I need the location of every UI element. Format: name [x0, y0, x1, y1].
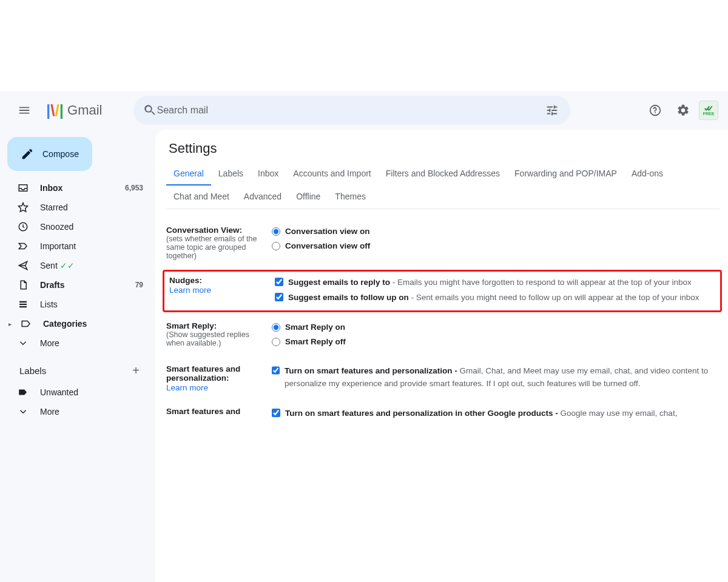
search-icon — [143, 104, 157, 117]
main-menu-button[interactable] — [10, 96, 39, 125]
setting-title: Conversation View: — [166, 226, 263, 235]
sidebar-item-important[interactable]: Important — [5, 236, 150, 256]
tab-filters-and-blocked-addresses[interactable]: Filters and Blocked Addresses — [379, 162, 507, 186]
nav-item-count: 6,953 — [125, 184, 143, 192]
caret-right-icon: ▸ — [8, 321, 12, 327]
nav-item-label: Sent ✓✓ — [40, 261, 143, 270]
smart-features-other-checkbox[interactable] — [272, 409, 280, 417]
setting-conversation-view: Conversation View: (sets whether emails … — [166, 221, 720, 270]
pencil-icon — [21, 147, 34, 161]
extension-badge[interactable]: FREE — [699, 101, 718, 120]
label-item-label: Unwanted — [40, 387, 143, 397]
nav-item-label: Lists — [40, 299, 143, 309]
smart-features-learn-more-link[interactable]: Learn more — [166, 383, 208, 392]
sidebar: Compose Inbox6,953StarredSnoozedImportan… — [0, 130, 155, 582]
important-icon — [17, 240, 29, 252]
labels-title: Labels — [19, 366, 46, 376]
option-label: Suggest emails to follow up on — [288, 293, 409, 302]
option-description: - Emails you might have forgotten to res… — [390, 278, 692, 287]
nav-item-count: 79 — [135, 281, 143, 289]
gmail-wordmark: Gmail — [67, 102, 102, 118]
labels-section-header: Labels + — [5, 353, 150, 383]
nav-item-label: Inbox — [40, 183, 114, 193]
tab-forwarding-and-pop-imap[interactable]: Forwarding and POP/IMAP — [507, 162, 624, 186]
nav-item-label: Snoozed — [40, 222, 143, 232]
extension-badge-label: FREE — [703, 112, 715, 116]
option-label: Conversation view on — [285, 226, 370, 238]
gear-icon — [676, 104, 690, 117]
conversation-view-on-radio[interactable] — [272, 227, 280, 236]
sent-icon — [17, 259, 29, 272]
compose-button[interactable]: Compose — [7, 137, 92, 171]
option-label: Turn on smart features and personalizati… — [285, 409, 561, 418]
svg-rect-1 — [19, 301, 27, 303]
support-button[interactable] — [643, 98, 667, 122]
chevron-down-icon — [17, 406, 29, 418]
smart-features-checkbox[interactable] — [272, 366, 280, 375]
nudge-reply-checkbox[interactable] — [275, 278, 283, 286]
option-label: Smart Reply on — [285, 321, 345, 333]
add-label-button[interactable]: + — [132, 364, 140, 378]
sidebar-item-drafts[interactable]: Drafts79 — [5, 275, 150, 295]
sidebar-item-starred[interactable]: Starred — [5, 198, 150, 217]
categories-icon — [20, 318, 32, 330]
sidebar-item-more[interactable]: More — [5, 333, 150, 353]
chevron-down-icon — [17, 337, 29, 349]
settings-tabs: GeneralLabelsInboxAccounts and ImportFil… — [166, 162, 720, 209]
tab-accounts-and-import[interactable]: Accounts and Import — [286, 162, 378, 186]
sidebar-item-lists[interactable]: Lists — [5, 295, 150, 314]
nav-item-label: Important — [40, 241, 143, 251]
blank-top-area — [0, 0, 728, 91]
option-label: Smart Reply off — [285, 336, 346, 348]
tab-advanced[interactable]: Advanced — [237, 186, 289, 209]
svg-rect-2 — [19, 304, 27, 305]
file-icon — [17, 279, 29, 291]
page-title: Settings — [166, 141, 720, 156]
sidebar-item-snoozed[interactable]: Snoozed — [5, 217, 150, 236]
tab-offline[interactable]: Offline — [289, 186, 328, 209]
setting-smart-features: Smart features and personalization: Lear… — [166, 360, 720, 403]
tab-general[interactable]: General — [166, 162, 211, 186]
smart-reply-on-radio[interactable] — [272, 323, 280, 332]
sidebar-item-inbox[interactable]: Inbox6,953 — [5, 178, 150, 198]
tab-add-ons[interactable]: Add-ons — [624, 162, 670, 186]
search-bar[interactable] — [133, 96, 570, 125]
double-check-icon — [704, 105, 713, 112]
lists-icon — [17, 298, 29, 310]
option-label: Suggest emails to reply to — [288, 278, 390, 287]
setting-smart-features-other: Smart features and Turn on smart feature… — [166, 403, 720, 432]
main-content: Settings GeneralLabelsInboxAccounts and … — [155, 130, 728, 582]
sidebar-item-categories[interactable]: ▸Categories — [5, 314, 150, 333]
search-input[interactable] — [157, 105, 540, 116]
clock-icon — [17, 221, 29, 233]
compose-label: Compose — [42, 149, 79, 159]
setting-smart-reply: Smart Reply: (Show suggested replies whe… — [166, 317, 720, 361]
setting-title: Smart features and personalization: — [166, 364, 263, 383]
setting-title: Smart features and — [166, 407, 263, 416]
tab-labels[interactable]: Labels — [211, 162, 251, 186]
sidebar-item-sent[interactable]: Sent ✓✓ — [5, 256, 150, 275]
label-item-label: More — [40, 407, 143, 416]
tab-themes[interactable]: Themes — [328, 186, 373, 209]
label-item-unwanted[interactable]: Unwanted — [5, 383, 150, 402]
inbox-icon — [17, 182, 29, 194]
tune-icon — [545, 104, 559, 117]
option-label: Turn on smart features and personalizati… — [285, 366, 460, 375]
search-options-button[interactable] — [540, 98, 564, 122]
nudge-followup-checkbox[interactable] — [275, 293, 283, 301]
nudges-learn-more-link[interactable]: Learn more — [169, 286, 211, 295]
nav-item-label: Categories — [43, 319, 143, 329]
label-item-more[interactable]: More — [5, 402, 150, 421]
nav-item-label: Drafts — [40, 280, 124, 290]
conversation-view-off-radio[interactable] — [272, 242, 280, 250]
star-icon — [17, 201, 29, 213]
settings-button[interactable] — [671, 98, 695, 122]
svg-rect-3 — [19, 306, 27, 307]
option-description: Google may use my email, chat, — [561, 409, 678, 418]
nav-list: Inbox6,953StarredSnoozedImportantSent ✓✓… — [5, 178, 150, 353]
tab-inbox[interactable]: Inbox — [251, 162, 286, 186]
smart-reply-off-radio[interactable] — [272, 338, 280, 346]
setting-subtitle: (sets whether emails of the same topic a… — [166, 235, 263, 260]
tab-chat-and-meet[interactable]: Chat and Meet — [166, 186, 237, 209]
gmail-logo[interactable]: |\/| Gmail — [46, 101, 102, 120]
